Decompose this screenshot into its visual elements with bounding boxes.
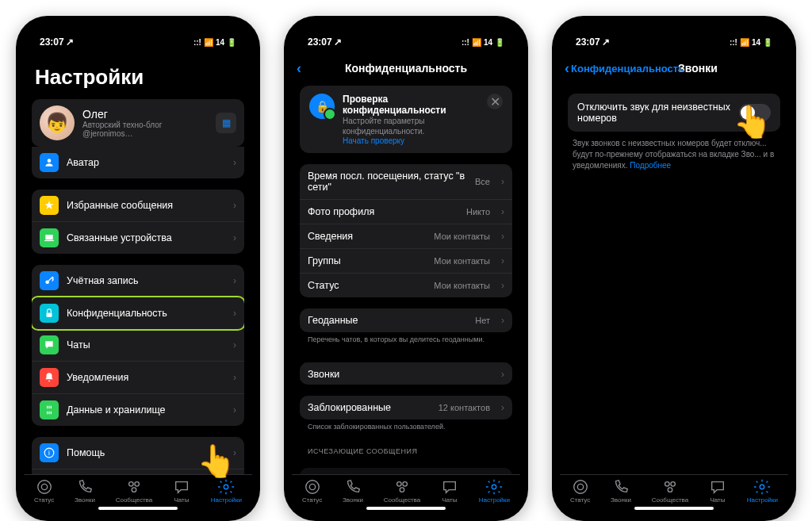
svg-point-13 [305,481,319,494]
close-icon[interactable]: ✕ [487,94,503,109]
chevron-right-icon: › [233,200,236,211]
svg-point-15 [397,482,402,487]
battery-pct: 14 [216,38,224,47]
svg-point-11 [132,488,136,492]
svg-point-18 [492,485,497,489]
start-check-link[interactable]: Начать проверку [343,136,479,145]
list-row[interactable]: Таймер› [300,468,512,474]
svg-point-9 [129,482,134,487]
tab-сообщества[interactable]: Сообщества [652,478,688,504]
list-row[interactable]: Чаты› [32,329,244,362]
list-row[interactable]: ГеоданныеНет› [300,308,512,332]
privacy-card[interactable]: 🔒 Проверка конфиденциальности Настройте … [300,86,512,153]
svg-point-7 [37,481,51,494]
tab-звонки[interactable]: Звонки [343,478,363,504]
chevron-right-icon: › [233,232,236,243]
tab-сообщества[interactable]: Сообщества [384,478,420,504]
avatar-icon [40,153,59,172]
list-row[interactable]: Учётная запись› [32,265,244,297]
tab-сообщества[interactable]: Сообщества [116,478,152,504]
tab-статус[interactable]: Статус [570,478,590,504]
chevron-right-icon: › [501,402,504,413]
list-row[interactable]: Звонки› [300,362,512,385]
phone-2: 23:07↗ ::!📶14🔋 ‹ Конфиденциальность 🔒 Пр… [284,16,528,521]
svg-point-8 [41,484,47,489]
profile-sub: Авторский техно-блог @jeronimos… [82,121,208,138]
tab-звонки[interactable]: Звонки [611,478,631,504]
svg-rect-4 [47,312,52,316]
chevron-right-icon: › [501,255,504,266]
list-row[interactable]: Уведомления› [32,362,244,394]
back-icon: ‹ [297,60,301,77]
svg-point-3 [45,280,49,284]
tab-настройки[interactable]: Настройки [747,478,778,504]
chat-icon [40,335,59,354]
chevron-right-icon: › [501,315,504,326]
tab-статус[interactable]: Статус [34,478,54,504]
chevron-right-icon: › [233,404,236,416]
svg-point-19 [573,481,587,494]
nav-header: ‹Конфиденциальность Звонки [560,57,788,82]
list-row[interactable]: СтатусМои контакты› [300,274,512,297]
chevron-right-icon: › [501,231,504,242]
back-button[interactable]: ‹Конфиденциальность [565,60,684,77]
laptop-icon [40,228,59,247]
back-icon: ‹ [565,60,569,77]
tab-звонки[interactable]: Звонки [75,478,95,504]
phone-3: 23:07↗ ::!📶14🔋 ‹Конфиденциальность Звонк… [552,16,796,521]
tab-чаты[interactable]: Чаты [709,478,726,504]
chevron-right-icon: › [233,339,236,351]
tab-настройки[interactable]: Настройки [211,478,242,504]
info-icon: i [40,443,59,462]
list-row[interactable]: Связанные устройства› [32,222,244,254]
status-time: 23:07 [40,36,64,48]
learn-more-link[interactable]: Подробнее [630,161,671,170]
lock-icon: 🔒 [309,94,335,119]
chevron-right-icon: › [501,280,504,291]
chevron-right-icon: › [501,369,504,380]
back-button[interactable]: ‹ [297,60,301,77]
svg-point-23 [668,488,672,492]
svg-point-24 [760,485,765,489]
svg-point-16 [403,482,408,487]
list-row[interactable]: Заблокированные12 контактов› [300,396,512,419]
tab-статус[interactable]: Статус [302,478,322,504]
tab-чаты[interactable]: Чаты [441,478,458,504]
header-title: Конфиденциальность [345,62,467,75]
list-row[interactable]: Время посл. посещения, статус "в сети"Вс… [300,164,512,200]
list-row[interactable]: Фото профиляНикто› [300,200,512,224]
chevron-right-icon: › [501,176,504,187]
list-row[interactable]: СведенияМои контакты› [300,224,512,249]
chevron-right-icon: › [233,157,236,168]
chevron-right-icon: › [233,308,236,319]
svg-text:i: i [48,450,50,457]
svg-point-21 [665,482,670,487]
list-row[interactable]: ГруппыМои контакты› [300,249,512,274]
list-row[interactable]: Данные и хранилище› [32,394,244,426]
page-title: Настройки [35,65,241,90]
svg-point-0 [48,159,52,163]
star-icon [40,196,59,215]
svg-point-17 [400,488,404,492]
nav-header: ‹ Конфиденциальность [292,57,520,82]
tab-чаты[interactable]: Чаты [173,478,190,504]
tab-настройки[interactable]: Настройки [479,478,510,504]
list-row[interactable]: Избранные сообщения› [32,190,244,222]
chevron-right-icon: › [233,372,236,383]
svg-point-10 [135,482,140,487]
svg-point-20 [577,484,583,489]
pointer-hand-icon: 👆 [197,442,236,480]
data-icon [40,400,59,419]
avatar-row[interactable]: Аватар › [32,147,244,178]
phone-1: 23:07↗ ::!📶14🔋 Настройки 👦 Олег Авторски… [16,16,260,521]
svg-point-14 [309,484,315,489]
chevron-right-icon: › [501,206,504,217]
qr-icon[interactable]: ▦ [216,113,236,133]
lock-icon [40,304,59,323]
section-header: ИСЧЕЗАЮЩИЕ СООБЩЕНИЯ [300,438,512,457]
svg-point-22 [671,482,676,487]
avatar: 👦 [40,105,75,140]
list-row[interactable]: Конфиденциальность› [32,296,244,331]
profile-row[interactable]: 👦 Олег Авторский техно-блог @jeronimos… … [32,99,244,147]
svg-rect-1 [45,235,52,239]
